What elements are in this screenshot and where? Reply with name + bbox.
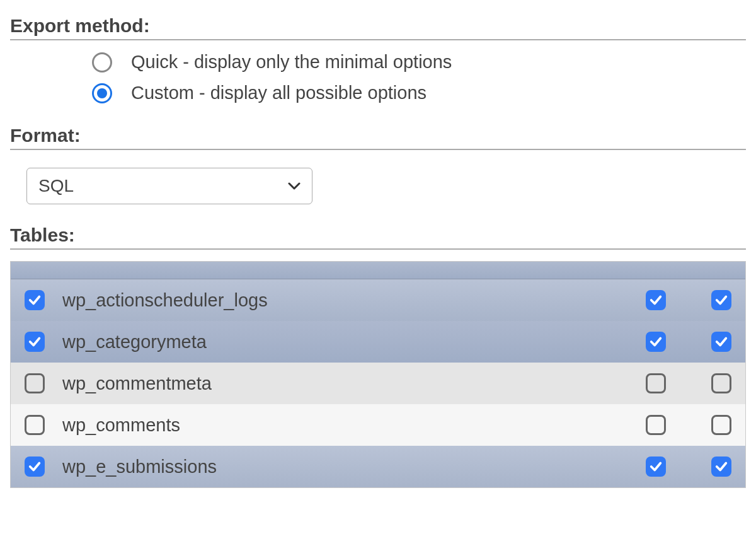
row-options — [646, 373, 736, 393]
chevron-down-icon — [288, 178, 301, 194]
radio-icon — [92, 52, 112, 73]
table-name: wp_commentmeta — [62, 373, 646, 394]
table-header — [11, 262, 745, 279]
row-options — [646, 332, 736, 352]
row-select-checkbox[interactable] — [25, 332, 45, 352]
format-title: Format: — [10, 125, 746, 150]
table-name: wp_comments — [62, 415, 646, 436]
radio-custom[interactable]: Custom - display all possible options — [92, 83, 746, 103]
table-row[interactable]: wp_comments — [11, 404, 745, 446]
table-row[interactable]: wp_e_submissions — [11, 446, 745, 487]
export-method-radio-group: Quick - display only the minimal options… — [10, 52, 746, 103]
export-method-title: Export method: — [10, 15, 746, 40]
row-select-checkbox[interactable] — [25, 457, 45, 477]
format-select[interactable]: SQL — [26, 168, 312, 204]
structure-checkbox[interactable] — [646, 290, 666, 310]
format-selected-value: SQL — [38, 176, 74, 196]
table-name: wp_actionscheduler_logs — [62, 290, 646, 311]
radio-label: Quick - display only the minimal options — [131, 52, 452, 73]
row-options — [646, 290, 736, 310]
radio-icon — [92, 83, 112, 103]
row-select-checkbox[interactable] — [25, 290, 45, 310]
table-row[interactable]: wp_actionscheduler_logs — [11, 279, 745, 321]
row-select-checkbox[interactable] — [25, 415, 45, 435]
data-checkbox[interactable] — [711, 290, 731, 310]
row-select-checkbox[interactable] — [25, 373, 45, 393]
table-name: wp_categorymeta — [62, 332, 646, 352]
structure-checkbox[interactable] — [646, 415, 666, 435]
table-row[interactable]: wp_categorymeta — [11, 321, 745, 363]
radio-quick[interactable]: Quick - display only the minimal options — [92, 52, 746, 73]
structure-checkbox[interactable] — [646, 457, 666, 477]
row-options — [646, 457, 736, 477]
tables-title: Tables: — [10, 224, 746, 250]
row-options — [646, 415, 736, 435]
data-checkbox[interactable] — [711, 457, 731, 477]
table-row[interactable]: wp_commentmeta — [11, 363, 745, 404]
structure-checkbox[interactable] — [646, 373, 666, 393]
table-name: wp_e_submissions — [62, 457, 646, 477]
structure-checkbox[interactable] — [646, 332, 666, 352]
tables-list: wp_actionscheduler_logs wp_categorymeta … — [10, 261, 746, 488]
data-checkbox[interactable] — [711, 373, 731, 393]
data-checkbox[interactable] — [711, 415, 731, 435]
data-checkbox[interactable] — [711, 332, 731, 352]
radio-label: Custom - display all possible options — [131, 83, 427, 103]
